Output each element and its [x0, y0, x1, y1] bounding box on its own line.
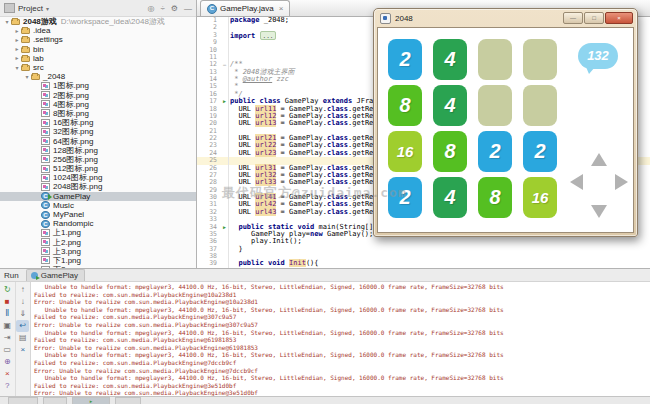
chevron-right-icon[interactable]: ▸: [13, 45, 21, 53]
tree-item-Music[interactable]: CMusic: [0, 201, 196, 210]
toolwindow-button[interactable]: [115, 397, 141, 404]
gutter-spacer: [220, 194, 229, 201]
fold-gutter-icon[interactable]: −: [220, 61, 229, 68]
right-arrow-icon[interactable]: [615, 174, 628, 190]
gutter-spacer: [220, 246, 229, 253]
tree-item-32图标.png[interactable]: 32图标.png: [0, 127, 196, 136]
code-line[interactable]: 37 }: [197, 246, 650, 253]
project-header-icons: ◎÷⚙—: [141, 4, 192, 13]
stop-icon[interactable]: ■: [1, 296, 14, 308]
close-icon[interactable]: ×: [1, 368, 14, 380]
console-line: Unable to handle format: mpeglayer3, 441…: [34, 351, 648, 359]
hide-panel-icon[interactable]: —: [184, 4, 192, 13]
collapse-all-icon[interactable]: ÷: [160, 4, 164, 13]
project-panel: Project ▾ ◎÷⚙— ▾2048游戏D:\workspace_idea\…: [0, 0, 197, 268]
tree-item-label: bin: [33, 45, 44, 54]
project-tree[interactable]: ▾2048游戏D:\workspace_idea\2048游戏▸.idea▸.s…: [0, 17, 196, 268]
tree-item-256图标.png[interactable]: 256图标.png: [0, 155, 196, 164]
maximize-button[interactable]: □: [584, 12, 604, 24]
left-arrow-icon[interactable]: [570, 174, 583, 190]
game-window-2048[interactable]: 2048 —□× 132 24841682224816: [373, 8, 638, 237]
code-line[interactable]: 36 play.Init();: [197, 238, 650, 245]
tree-item-GamePlay[interactable]: CGamePlay: [0, 192, 196, 201]
tree-item-MyPanel[interactable]: CMyPanel: [0, 210, 196, 219]
chevron-right-icon[interactable]: ▸: [13, 54, 21, 62]
gutter-spacer: [220, 39, 229, 46]
console-line: Error: Unable to realize com.sun.media.P…: [34, 321, 648, 329]
tile-empty: [523, 85, 557, 126]
settings-gear-icon[interactable]: ⚙: [171, 4, 178, 13]
chevron-down-icon[interactable]: ▾: [3, 18, 11, 26]
run-gutter-icon[interactable]: ▶: [220, 224, 229, 231]
tree-item-_2048[interactable]: ▾_2048: [0, 72, 196, 81]
gutter-spacer: [220, 253, 229, 260]
chevron-right-icon[interactable]: ▸: [13, 27, 21, 35]
help-icon[interactable]: ?: [1, 380, 14, 392]
close-button[interactable]: ×: [605, 12, 633, 24]
tile-16: 16: [523, 177, 557, 218]
tree-item-Randompic[interactable]: CRandompic: [0, 219, 196, 228]
up-stack-icon[interactable]: ↑: [16, 284, 29, 296]
pin-icon[interactable]: ⊕: [1, 356, 14, 368]
console-line: Failed to realize: com.sun.media.Playbac…: [34, 382, 648, 390]
run-gutter-icon[interactable]: ▶: [220, 98, 229, 105]
tree-item-2048游戏[interactable]: ▾2048游戏D:\workspace_idea\2048游戏: [0, 17, 196, 26]
tree-item-lab[interactable]: ▸lab: [0, 54, 196, 63]
run-badge-icon: ▸: [90, 398, 93, 404]
tree-item-2048图标.png[interactable]: 2048图标.png: [0, 182, 196, 191]
rerun-icon[interactable]: ↻: [1, 284, 14, 296]
run-tab-label: GamePlay: [41, 271, 78, 280]
image-file-icon: [41, 238, 50, 246]
tree-item-.idea[interactable]: ▸.idea: [0, 26, 196, 35]
monitor-icon[interactable]: ▭: [1, 344, 14, 356]
tree-item-.settings[interactable]: ▸.settings: [0, 35, 196, 44]
tree-item-16图标.png[interactable]: 16图标.png: [0, 118, 196, 127]
restore-layout-icon[interactable]: ▣: [1, 320, 14, 332]
image-file-icon: [41, 91, 50, 99]
scroll-to-end-icon[interactable]: ⇓: [16, 308, 29, 320]
code-line[interactable]: 39 public void Init(){: [197, 260, 650, 267]
tile-8: 8: [433, 131, 467, 172]
soft-wrap-icon[interactable]: ↩: [16, 320, 29, 332]
tree-item-bin[interactable]: ▸bin: [0, 45, 196, 54]
tree-item-上2.png[interactable]: 上2.png: [0, 238, 196, 247]
tree-item-上3.png[interactable]: 上3.png: [0, 247, 196, 256]
tree-item-上1.png[interactable]: 上1.png: [0, 228, 196, 237]
console-output[interactable]: Unable to handle format: mpeglayer3, 441…: [34, 283, 648, 396]
toolwindow-button[interactable]: ▸: [72, 397, 110, 404]
tree-item-下1.png[interactable]: 下1.png: [0, 256, 196, 265]
clear-all-icon[interactable]: ×: [16, 344, 29, 356]
tab-gameplay-java[interactable]: C GamePlay.java ×: [200, 0, 290, 16]
tree-item-64图标.png[interactable]: 64图标.png: [0, 136, 196, 145]
tree-item-2图标.png[interactable]: 2图标.png: [0, 91, 196, 100]
tree-item-8图标.png[interactable]: 8图标.png: [0, 109, 196, 118]
exit-icon[interactable]: ⇥: [1, 332, 14, 344]
image-file-icon: [41, 155, 50, 163]
tree-item-1图标.png[interactable]: 1图标.png: [0, 81, 196, 90]
run-tab-gameplay[interactable]: GamePlay: [26, 269, 85, 281]
down-stack-icon[interactable]: ↓: [16, 296, 29, 308]
tree-item-128图标.png[interactable]: 128图标.png: [0, 146, 196, 155]
up-arrow-icon[interactable]: [591, 153, 607, 166]
chevron-right-icon[interactable]: ▸: [13, 36, 21, 44]
tree-item-4图标.png[interactable]: 4图标.png: [0, 100, 196, 109]
chevron-down-icon[interactable]: ▾: [23, 73, 31, 81]
chevron-down-icon[interactable]: ▾: [13, 64, 21, 72]
gutter-spacer: [220, 157, 229, 164]
tree-item-src[interactable]: ▾src: [0, 63, 196, 72]
down-arrow-icon[interactable]: [591, 205, 607, 218]
console-line: Unable to handle format: mpeglayer3, 441…: [34, 374, 648, 382]
editor-tab-label: GamePlay.java: [220, 4, 274, 13]
chevron-down-icon[interactable]: ▾: [46, 5, 49, 12]
minimize-button[interactable]: —: [563, 12, 583, 24]
console-line: Failed to realize: com.sun.media.Playbac…: [34, 313, 648, 321]
locate-icon[interactable]: ◎: [147, 4, 154, 13]
toolwindow-button[interactable]: [43, 397, 67, 404]
run-panel-title: Run: [4, 271, 19, 280]
toolwindow-button[interactable]: [8, 397, 38, 404]
code-text: [229, 24, 230, 31]
close-icon[interactable]: ×: [279, 5, 284, 13]
class-icon: C: [207, 4, 217, 14]
print-icon[interactable]: ▤: [16, 332, 29, 344]
pause-icon[interactable]: Ⅱ: [1, 308, 14, 320]
